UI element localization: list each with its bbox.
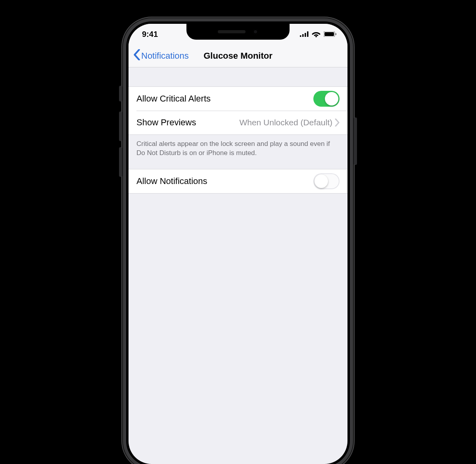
row-allow-critical-alerts: Allow Critical Alerts xyxy=(129,87,347,111)
chevron-right-icon xyxy=(335,119,340,127)
svg-rect-6 xyxy=(324,32,334,36)
toggle-knob xyxy=(325,92,338,105)
page-title: Glucose Monitor xyxy=(203,51,273,61)
back-label: Notifications xyxy=(141,51,189,61)
chevron-left-icon xyxy=(133,49,140,63)
spacer xyxy=(129,67,347,86)
phone-frame: 9:41 xyxy=(123,18,353,464)
earpiece-speaker xyxy=(218,30,246,33)
nav-bar: Notifications Glucose Monitor xyxy=(129,44,347,67)
back-button[interactable]: Notifications xyxy=(133,49,189,63)
cellular-signal-icon xyxy=(300,31,309,37)
toggle-allow-notifications[interactable] xyxy=(313,173,340,189)
screen: 9:41 xyxy=(129,24,347,464)
phone-inner: 9:41 xyxy=(126,21,350,464)
row-value: When Unlocked (Default) xyxy=(239,118,335,127)
svg-point-4 xyxy=(315,36,317,37)
front-camera xyxy=(253,29,258,35)
svg-rect-1 xyxy=(302,34,304,37)
svg-rect-2 xyxy=(305,33,306,37)
svg-rect-0 xyxy=(300,35,301,37)
svg-rect-7 xyxy=(336,33,337,35)
side-button xyxy=(354,117,357,165)
row-label: Show Previews xyxy=(136,117,196,128)
volume-down-button xyxy=(119,147,122,177)
wifi-icon xyxy=(312,31,321,37)
section-footer: Critical alerts appear on the lock scree… xyxy=(129,135,347,169)
settings-group-critical: Allow Critical Alerts Show Previews When… xyxy=(129,86,347,135)
status-time: 9:41 xyxy=(142,30,174,39)
row-label: Allow Critical Alerts xyxy=(136,94,211,104)
volume-up-button xyxy=(119,111,122,141)
settings-group-notifications: Allow Notifications xyxy=(129,169,347,194)
mute-switch xyxy=(119,86,122,102)
svg-rect-3 xyxy=(307,31,309,37)
battery-icon xyxy=(324,31,336,37)
notch xyxy=(186,24,290,40)
row-label: Allow Notifications xyxy=(136,176,207,186)
row-allow-notifications: Allow Notifications xyxy=(129,169,347,193)
toggle-knob xyxy=(315,174,328,188)
toggle-allow-critical-alerts[interactable] xyxy=(313,91,340,107)
row-show-previews[interactable]: Show Previews When Unlocked (Default) xyxy=(129,111,347,134)
status-indicators xyxy=(297,31,336,37)
